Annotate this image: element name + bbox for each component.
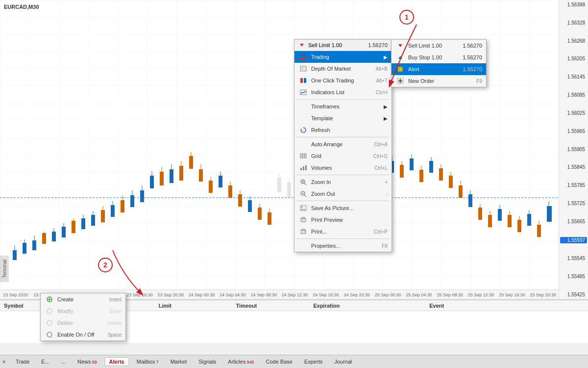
mailbox-badge: 7 — [156, 360, 159, 365]
menu-item-trading[interactable]: Trading ▶ — [294, 51, 392, 63]
svg-rect-89 — [547, 206, 552, 222]
tab-articles[interactable]: Articles945 — [224, 358, 258, 366]
svg-rect-33 — [160, 172, 164, 185]
bottom-menu-enable[interactable]: Enable On / Off Space — [41, 329, 125, 341]
svg-marker-115 — [300, 44, 304, 47]
menu-item-label: New Order — [408, 78, 476, 84]
svg-rect-37 — [179, 166, 183, 181]
svg-line-142 — [304, 195, 306, 197]
menu-item-zoom-in[interactable]: Zoom In + — [294, 176, 392, 188]
svg-rect-21 — [101, 210, 105, 222]
svg-rect-136 — [305, 165, 307, 170]
price-level: 1.56388 — [560, 2, 587, 7]
submenu-arrow: ▶ — [384, 104, 388, 109]
tab-trade[interactable]: Trade — [12, 358, 33, 366]
price-level: 1.56268 — [560, 38, 587, 44]
properties-icon — [298, 242, 308, 250]
main-context-menu: Sell Limit 1.00 1.56270 Trading ▶ Depth … — [294, 39, 392, 252]
tab-account[interactable]: ... — [57, 358, 70, 366]
menu-item-label: Template — [311, 115, 384, 121]
submenu-item-new-order[interactable]: New Order F9 — [392, 75, 486, 87]
time-label: 24 Sep 20:30 — [342, 292, 372, 297]
menu-item-volumes[interactable]: Volumes Ctrl+L — [294, 162, 392, 174]
svg-rect-15 — [72, 221, 75, 233]
svg-rect-51 — [248, 200, 252, 212]
timeframes-icon — [298, 103, 308, 110]
menu-item-grid[interactable]: Grid Ctrl+G — [294, 150, 392, 162]
menu-item-label: Volumes — [311, 165, 374, 171]
svg-rect-123 — [304, 78, 306, 83]
menu-item-label: Modify — [57, 308, 110, 314]
dom-icon — [298, 65, 308, 73]
tab-experts[interactable]: Experts — [300, 358, 326, 366]
menu-item-label: Auto Arrange — [311, 141, 374, 147]
menu-item-label: Delete — [57, 320, 107, 326]
menu-shortcut: Alt+T — [376, 78, 388, 83]
menu-separator — [296, 175, 390, 175]
menu-item-indicators-list[interactable]: Indicators List Ctrl+I — [294, 86, 392, 98]
svg-marker-155 — [398, 56, 402, 59]
svg-rect-135 — [303, 166, 304, 170]
price: 1.56270 — [463, 43, 482, 49]
price-level: 1.56205 — [560, 56, 587, 61]
print-icon — [298, 228, 308, 236]
menu-item-zoom-out[interactable]: Zoom Out - — [294, 188, 392, 200]
enable-icon — [45, 331, 54, 339]
time-label: 24 Sep 12:30 — [279, 292, 310, 297]
price-level: 1.55845 — [560, 164, 587, 170]
menu-item-label: Enable On / Off — [57, 332, 108, 338]
svg-rect-116 — [300, 54, 307, 56]
terminal-close-btn[interactable]: ✕ — [2, 359, 6, 365]
menu-item-template[interactable]: Template ▶ — [294, 112, 392, 124]
sell-limit-header[interactable]: Sell Limit 1.00 1.56270 — [294, 40, 392, 51]
svg-rect-61 — [410, 158, 414, 170]
tab-journal[interactable]: Journal — [330, 358, 356, 366]
tab-signals[interactable]: Signals — [195, 358, 220, 366]
svg-rect-25 — [121, 200, 124, 212]
price-level: 1.55785 — [560, 183, 587, 188]
menu-item-print-preview[interactable]: Print Preview — [294, 214, 392, 226]
bottom-menu-modify[interactable]: Modify Enter — [41, 305, 125, 317]
menu-item-auto-arrange[interactable]: Auto Arrange Ctrl+A — [294, 138, 392, 150]
menu-item-label: Print... — [311, 229, 374, 235]
zoom-in-icon — [298, 178, 308, 186]
indicators-icon — [298, 88, 308, 96]
menu-shortcut: Alt+B — [376, 66, 388, 72]
menu-item-label: Timeframes — [311, 104, 384, 109]
menu-item-one-click-trading[interactable]: One Click Trading Alt+T — [294, 75, 392, 86]
menu-item-print[interactable]: Print... Ctrl+P — [294, 226, 392, 237]
delete-icon — [45, 319, 54, 327]
menu-item-properties[interactable]: Properties... F8 — [294, 240, 392, 252]
menu-shortcut: - — [386, 191, 388, 197]
print-preview-icon — [298, 216, 308, 224]
tab-market[interactable]: Market — [167, 358, 191, 366]
tab-news[interactable]: News99 — [74, 358, 101, 366]
time-label: 24 Sep 00:30 — [186, 292, 217, 297]
submenu-item-alert[interactable]: ! Alert 1.56270 — [392, 63, 486, 75]
tab-mailbox[interactable]: Mailbox7 — [133, 358, 163, 366]
grid-icon — [298, 152, 308, 160]
tab-codebase[interactable]: Code Base — [262, 358, 296, 366]
svg-rect-134 — [300, 168, 302, 170]
menu-item-timeframes[interactable]: Timeframes ▶ — [294, 101, 392, 112]
menu-item-label: Refresh — [311, 127, 388, 133]
svg-rect-71 — [459, 185, 463, 198]
submenu-item-sell-limit[interactable]: Sell Limit 1.00 1.56270 — [392, 40, 486, 52]
tab-exposure[interactable]: E... — [37, 358, 53, 366]
menu-shortcut: F8 — [382, 243, 388, 249]
bottom-menu-delete[interactable]: Delete Delete — [41, 317, 125, 329]
menu-item-label: Trading — [311, 54, 384, 60]
menu-item-depth-of-market[interactable]: Depth Of Market Alt+B — [294, 63, 392, 75]
tab-alerts[interactable]: Alerts — [105, 357, 129, 366]
menu-item-save-as-picture[interactable]: Save As Picture... — [294, 202, 392, 214]
submenu-item-buy-stop[interactable]: Buy Stop 1.00 1.56270 — [392, 52, 486, 63]
price-level: 1.56025 — [560, 110, 587, 116]
sell-limit-icon — [395, 42, 405, 50]
bottom-menu-create[interactable]: Create Insert — [41, 293, 125, 305]
svg-rect-3 — [13, 250, 17, 260]
svg-line-138 — [304, 183, 306, 185]
svg-rect-17 — [81, 218, 85, 229]
menu-item-label: Zoom In — [311, 179, 385, 185]
sell-limit-price: 1.56270 — [368, 42, 388, 48]
menu-item-refresh[interactable]: Refresh — [294, 124, 392, 136]
